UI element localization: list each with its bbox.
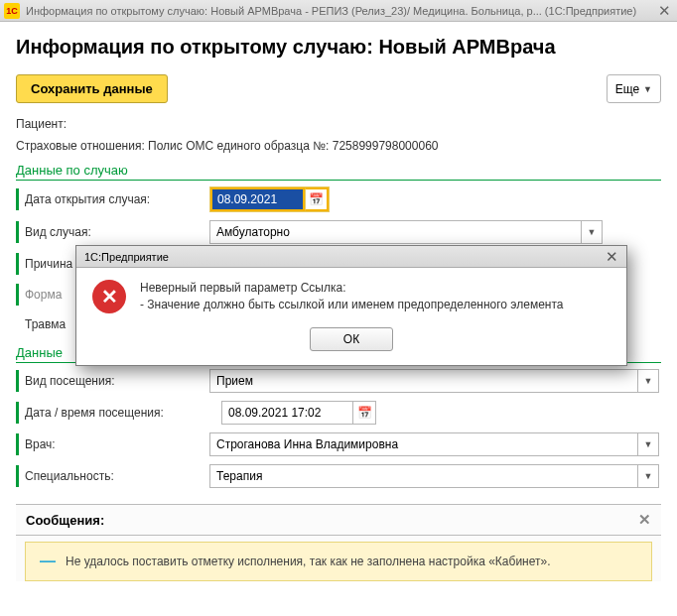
dialog-message: Неверный первый параметр Ссылка: - Значе… bbox=[140, 280, 563, 313]
message-item[interactable]: — Не удалось поставить отметку исполнени… bbox=[25, 542, 652, 581]
chevron-down-icon: ▼ bbox=[643, 84, 652, 94]
required-marker bbox=[16, 433, 19, 455]
visit-type-combo[interactable]: Прием ▼ bbox=[209, 369, 659, 393]
doctor-value[interactable]: Строганова Инна Владимировна bbox=[209, 432, 637, 456]
messages-panel: Сообщения: ✕ — Не удалось поставить отме… bbox=[16, 504, 661, 581]
insurance-label: Страховые отношения: bbox=[16, 139, 145, 153]
app-logo-icon: 1С bbox=[4, 3, 20, 19]
patient-row: Пациент: bbox=[16, 117, 661, 131]
save-button[interactable]: Сохранить данные bbox=[16, 74, 168, 103]
trauma-label: Травма bbox=[25, 317, 72, 331]
dialog-title: 1С:Предприятие bbox=[84, 251, 169, 263]
section-case-title: Данные по случаю bbox=[16, 163, 661, 181]
required-marker bbox=[16, 284, 19, 306]
required-marker bbox=[16, 370, 19, 392]
more-button-label: Еще bbox=[615, 82, 639, 96]
visit-datetime-field[interactable]: 08.09.2021 17:02 📅 bbox=[221, 401, 376, 425]
doctor-combo[interactable]: Строганова Инна Владимировна ▼ bbox=[209, 432, 659, 456]
window-titlebar: 1С Информация по открытому случаю: Новый… bbox=[0, 0, 677, 22]
required-marker bbox=[16, 221, 19, 243]
chevron-down-icon[interactable]: ▼ bbox=[581, 220, 603, 244]
open-date-label: Дата открытия случая: bbox=[25, 192, 209, 206]
error-dialog: 1С:Предприятие ✕ ✕ Неверный первый парам… bbox=[75, 245, 627, 366]
doctor-label: Врач: bbox=[25, 437, 209, 451]
window-title: Информация по открытому случаю: Новый АР… bbox=[26, 5, 655, 17]
insurance-row: Страховые отношения: Полис ОМС единого о… bbox=[16, 139, 661, 153]
page-title: Информация по открытому случаю: Новый АР… bbox=[16, 36, 661, 59]
required-marker bbox=[16, 465, 19, 487]
chevron-down-icon[interactable]: ▼ bbox=[637, 464, 659, 488]
visit-type-label: Вид посещения: bbox=[25, 374, 209, 388]
required-marker bbox=[16, 253, 19, 275]
spec-combo[interactable]: Терапия ▼ bbox=[209, 464, 659, 488]
chevron-down-icon[interactable]: ▼ bbox=[637, 432, 659, 456]
calendar-icon[interactable]: 📅 bbox=[352, 401, 376, 425]
ok-button[interactable]: ОК bbox=[310, 327, 393, 351]
minus-icon: — bbox=[40, 553, 56, 570]
case-type-combo[interactable]: Амбулаторно ▼ bbox=[209, 220, 603, 244]
spec-value[interactable]: Терапия bbox=[209, 464, 637, 488]
visit-datetime-value[interactable]: 08.09.2021 17:02 bbox=[221, 401, 352, 425]
spec-label: Специальность: bbox=[25, 469, 209, 483]
messages-close-button[interactable]: ✕ bbox=[638, 511, 651, 529]
patient-label: Пациент: bbox=[16, 117, 67, 131]
error-icon: ✕ bbox=[92, 280, 126, 313]
reason-label: Причина bbox=[25, 257, 72, 271]
required-marker bbox=[16, 188, 19, 210]
dialog-line2: - Значение должно быть ссылкой или имене… bbox=[140, 297, 563, 313]
dialog-close-button[interactable]: ✕ bbox=[606, 248, 618, 266]
more-button[interactable]: Еще ▼ bbox=[607, 74, 661, 103]
case-type-value[interactable]: Амбулаторно bbox=[209, 220, 581, 244]
calendar-icon[interactable]: 📅 bbox=[305, 187, 329, 211]
open-date-input[interactable] bbox=[210, 187, 305, 211]
visit-type-value[interactable]: Прием bbox=[209, 369, 637, 393]
insurance-value: Полис ОМС единого образца №: 72589997980… bbox=[148, 139, 438, 153]
chevron-down-icon[interactable]: ▼ bbox=[637, 369, 659, 393]
messages-header-label: Сообщения: bbox=[26, 513, 104, 528]
window-close-button[interactable]: ✕ bbox=[655, 2, 673, 20]
dialog-line1: Неверный первый параметр Ссылка: bbox=[140, 280, 563, 297]
message-text: Не удалось поставить отметку исполнения,… bbox=[66, 554, 551, 568]
form-label: Форма bbox=[25, 288, 72, 302]
case-type-label: Вид случая: bbox=[25, 225, 209, 239]
visit-datetime-label: Дата / время посещения: bbox=[25, 406, 221, 420]
open-date-field[interactable]: 📅 bbox=[209, 186, 330, 212]
required-marker bbox=[16, 402, 19, 424]
